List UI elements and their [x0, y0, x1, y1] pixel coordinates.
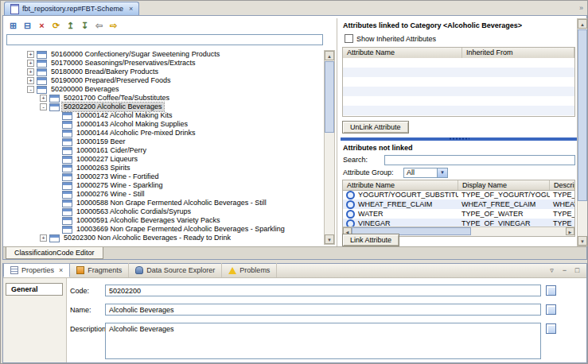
editor-tab[interactable]: fbt_repository.rep#FBT-Scheme ×	[4, 2, 139, 15]
attribute-row[interactable]: WATERTYPE_OF_WATERTYPE_OF	[343, 209, 574, 219]
tree-item-10000588[interactable]: 10000588 Non Grape Fermented Alcoholic B…	[3, 199, 324, 207]
tab-properties[interactable]: Properties×	[3, 263, 70, 277]
forward-icon[interactable]: ⇨	[107, 20, 119, 32]
close-icon[interactable]: ×	[59, 266, 63, 274]
expand-all-icon[interactable]: ⊞	[7, 20, 19, 32]
tree-item-10000161[interactable]: 10000161 Cider/Perry	[3, 146, 324, 155]
tree-filter-input[interactable]	[6, 34, 323, 45]
tab-fragments[interactable]: Fragments	[70, 263, 129, 277]
unlinked-attributes-table: Attribute Name Display Name Description …	[342, 180, 575, 237]
editor-tab-close-icon[interactable]: ×	[129, 6, 133, 13]
column-header-inherited-from[interactable]: Inherited From	[462, 48, 574, 58]
tree-item-10003669[interactable]: 10003669 Non Grape Fermented Alcoholic B…	[3, 225, 324, 234]
code-input[interactable]	[105, 285, 541, 296]
tree-item-10000143[interactable]: 10000143 Alcohol Making Supplies	[3, 120, 324, 129]
scroll-right-icon[interactable]: ▶	[566, 227, 574, 235]
tree-item-50190000[interactable]: +50190000 Prepared/Preserved Foods	[3, 76, 324, 85]
collapse-expander-icon[interactable]: -	[40, 103, 47, 110]
tree-item-label: 10000144 Alcoholic Pre-mixed Drinks	[75, 129, 197, 137]
column-header-description[interactable]: Description	[550, 180, 574, 190]
category-icon	[62, 217, 72, 225]
tab-label: Data Source Explorer	[146, 266, 215, 274]
category-icon	[37, 77, 47, 85]
name-input[interactable]	[105, 304, 541, 316]
maximize-icon[interactable]: □	[572, 265, 582, 276]
name-label: Name:	[70, 306, 92, 314]
unlink-attribute-button[interactable]: UnLink Attribute	[342, 121, 409, 134]
expand-expander-icon[interactable]: +	[27, 51, 34, 58]
attributes-area: Attributes linked to Category <Alcoholic…	[341, 18, 577, 246]
tab-problems[interactable]: Problems	[222, 263, 277, 277]
minimize-icon[interactable]: −	[559, 265, 570, 276]
linked-table-body[interactable]	[343, 58, 574, 116]
panel-sash[interactable]	[341, 137, 577, 141]
i18n-icon[interactable]	[546, 323, 556, 334]
application-window: fbt_repository.rep#FBT-Scheme × » ⊞⊟×⟳↥↧…	[0, 0, 588, 364]
tree-item-label: 50200000 Beverages	[49, 85, 121, 94]
scroll-down-icon[interactable]: ▼	[325, 234, 334, 244]
expand-expander-icon[interactable]: +	[40, 95, 47, 102]
attribute-row[interactable]: YOGURT/YOGURT_SUBSTITUTETYPE_OF_YOGURT/Y…	[343, 190, 574, 199]
tree-item-label: 50170000 Seasonings/Preservatives/Extrac…	[49, 59, 197, 68]
column-header-display-name[interactable]: Display Name	[458, 180, 550, 190]
tree-item-10000563[interactable]: 10000563 Alcoholic Cordials/Syrups	[3, 207, 324, 216]
tree-item-50202300[interactable]: +50202300 Non Alcoholic Beverages - Read…	[3, 234, 324, 242]
attribute-group-select[interactable]: All ▼	[403, 168, 448, 178]
expand-expander-icon[interactable]: +	[27, 68, 34, 76]
tree-item-10000159[interactable]: 10000159 Beer	[3, 137, 324, 146]
i18n-icon[interactable]	[546, 285, 556, 296]
tree-item-50180000[interactable]: +50180000 Bread/Bakery Products	[3, 68, 324, 76]
tree-scrollbar[interactable]: ▲ ▼	[324, 50, 335, 245]
collapse-expander-icon[interactable]: -	[27, 86, 34, 93]
attribute-search-input[interactable]	[384, 155, 575, 165]
description-input[interactable]: Alcoholic Beverages	[105, 323, 541, 359]
expand-expander-icon[interactable]: +	[27, 77, 34, 84]
sash-grip-icon	[449, 137, 469, 140]
code-label: Code:	[70, 287, 89, 295]
tree-item-10000144[interactable]: 10000144 Alcoholic Pre-mixed Drinks	[3, 129, 324, 137]
import-icon[interactable]: ↥	[64, 20, 76, 32]
section-tab-general[interactable]: General	[6, 283, 63, 296]
expand-expander-icon[interactable]: +	[40, 234, 47, 242]
scroll-up-icon[interactable]: ▲	[325, 51, 334, 60]
tree-item-10000263[interactable]: 10000263 Spirits	[3, 164, 324, 172]
scroll-up-icon[interactable]: ▲	[578, 19, 587, 29]
form-scrollbar[interactable]: ▲ ▼	[577, 18, 588, 246]
scroll-down-icon[interactable]: ▼	[578, 236, 587, 246]
show-inherited-checkbox[interactable]	[345, 34, 353, 43]
tree-item-10000276[interactable]: 10000276 Wine - Still	[3, 190, 324, 199]
tree-item-10000591[interactable]: 10000591 Alcoholic Beverages Variety Pac…	[3, 216, 324, 225]
tree-item-50202200[interactable]: -50202200 Alcoholic Beverages	[3, 103, 324, 111]
i18n-icon[interactable]	[546, 304, 556, 315]
scroll-thumb[interactable]	[325, 61, 334, 133]
export-icon[interactable]: ↧	[79, 20, 91, 32]
tree-toolbar: ⊞⊟×⟳↥↧⇦⇨	[7, 19, 119, 32]
view-menu-icon[interactable]: ▿	[547, 265, 557, 276]
tree-item-50170000[interactable]: +50170000 Seasonings/Preservatives/Extra…	[3, 59, 324, 68]
attribute-row[interactable]: WHEAT_FREE_CLAIMWHEAT_FREE_CLAIMWHEAT_F	[343, 199, 574, 209]
tab-overflow-icon[interactable]: »	[579, 4, 583, 12]
back-icon[interactable]: ⇦	[93, 20, 105, 32]
tree-item-50201700[interactable]: +50201700 Coffee/Tea/Substitutes	[3, 94, 324, 103]
column-header-attribute-name[interactable]: Attribute Name	[343, 180, 458, 190]
view-tabbar-tabs: Properties×FragmentsData Source Explorer…	[3, 263, 277, 277]
scroll-thumb[interactable]	[578, 29, 587, 201]
collapse-all-icon[interactable]: ⊟	[21, 20, 33, 32]
tree-item-50160000[interactable]: +50160000 Confectionery/Sugar Sweetening…	[3, 50, 324, 59]
expand-expander-icon[interactable]: +	[27, 60, 34, 67]
link-attribute-button[interactable]: Link Attribute	[342, 234, 399, 246]
view-tab-actions: ▿ − □	[547, 263, 586, 277]
tree-item-50200000[interactable]: -50200000 Beverages	[3, 85, 324, 94]
tree-item-10000275[interactable]: 10000275 Wine - Sparkling	[3, 181, 324, 190]
category-icon	[62, 147, 72, 155]
tree-item-10000142[interactable]: 10000142 Alcohol Making Kits	[3, 111, 324, 120]
attribute-name-cell: YOGURT/YOGURT_SUBSTITUTE	[343, 190, 458, 199]
tree-item-10000273[interactable]: 10000273 Wine - Fortified	[3, 172, 324, 181]
dropdown-arrow-icon[interactable]: ▼	[437, 168, 447, 177]
tab-data-source-explorer[interactable]: Data Source Explorer	[129, 263, 222, 277]
delete-icon[interactable]: ×	[36, 20, 48, 32]
column-header-attribute-name[interactable]: Attribute Name	[343, 48, 462, 58]
refresh-icon[interactable]: ⟳	[50, 20, 62, 32]
tree-item-10000227[interactable]: 10000227 Liqueurs	[3, 155, 324, 164]
tab-classificationcode-editor[interactable]: ClassificationCode Editor	[6, 247, 103, 259]
